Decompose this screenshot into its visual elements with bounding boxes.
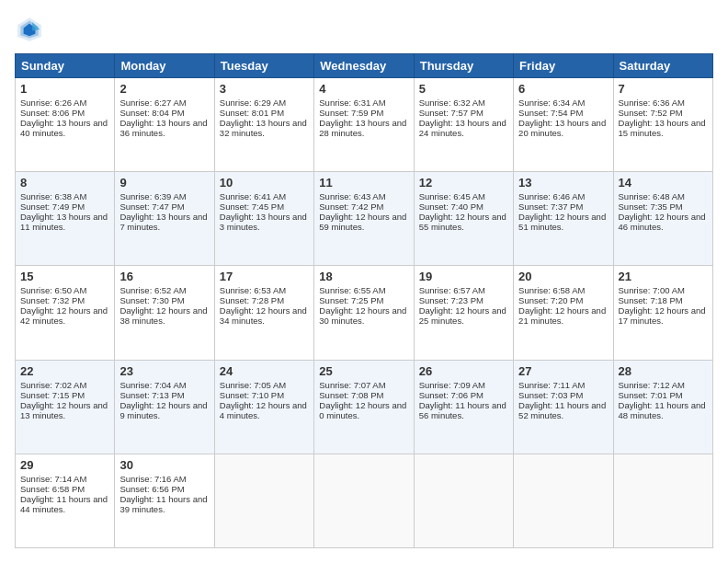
sunset: Sunset: 7:10 PM — [220, 390, 284, 400]
daylight-label: Daylight: 13 hours and 3 minutes. — [220, 212, 307, 232]
sunrise: Sunrise: 6:55 AM — [319, 285, 385, 295]
daylight-label: Daylight: 12 hours and 30 minutes. — [319, 305, 406, 326]
sunrise: Sunrise: 7:07 AM — [319, 380, 385, 390]
sunset: Sunset: 7:35 PM — [619, 201, 683, 212]
day-number: 28 — [619, 364, 708, 378]
sunrise: Sunrise: 6:46 AM — [518, 191, 585, 201]
calendar-cell: 15Sunrise: 6:50 AMSunset: 7:32 PMDayligh… — [16, 266, 115, 360]
day-number: 8 — [20, 176, 109, 190]
day-number: 17 — [220, 270, 309, 283]
day-number: 27 — [518, 364, 608, 378]
daylight-label: Daylight: 12 hours and 34 minutes. — [220, 305, 307, 326]
day-number: 13 — [518, 176, 608, 190]
header — [15, 15, 713, 44]
daylight-label: Daylight: 11 hours and 48 minutes. — [619, 400, 706, 420]
daylight-label: Daylight: 12 hours and 0 minutes. — [319, 400, 406, 420]
sunrise: Sunrise: 7:09 AM — [419, 380, 485, 390]
calendar-cell: 13Sunrise: 6:46 AMSunset: 7:37 PMDayligh… — [514, 172, 613, 266]
calendar-cell: 10Sunrise: 6:41 AMSunset: 7:45 PMDayligh… — [214, 172, 313, 266]
calendar-week-1: 1Sunrise: 6:26 AMSunset: 8:06 PMDaylight… — [16, 78, 713, 172]
daylight-label: Daylight: 13 hours and 28 minutes. — [319, 118, 406, 138]
calendar-cell — [514, 454, 613, 547]
calendar-cell: 16Sunrise: 6:52 AMSunset: 7:30 PMDayligh… — [115, 266, 214, 360]
sunrise: Sunrise: 6:39 AM — [119, 191, 186, 201]
sunset: Sunset: 7:13 PM — [119, 390, 184, 400]
sunrise: Sunrise: 7:16 AM — [119, 474, 186, 484]
sunrise: Sunrise: 6:52 AM — [119, 285, 186, 295]
daylight-label: Daylight: 12 hours and 59 minutes. — [319, 212, 406, 232]
daylight-label: Daylight: 12 hours and 51 minutes. — [518, 212, 606, 232]
calendar-cell: 20Sunrise: 6:58 AMSunset: 7:20 PMDayligh… — [514, 266, 613, 360]
sunrise: Sunrise: 6:38 AM — [20, 191, 86, 201]
day-number: 26 — [419, 364, 508, 378]
sunset: Sunset: 7:47 PM — [119, 201, 184, 212]
day-number: 7 — [619, 82, 708, 96]
calendar-cell — [314, 454, 414, 547]
calendar-cell: 24Sunrise: 7:05 AMSunset: 7:10 PMDayligh… — [214, 360, 313, 454]
calendar-cell — [214, 454, 313, 547]
daylight-label: Daylight: 11 hours and 56 minutes. — [419, 400, 506, 420]
sunset: Sunset: 6:58 PM — [20, 484, 85, 494]
calendar-cell: 2Sunrise: 6:27 AMSunset: 8:04 PMDaylight… — [115, 78, 214, 172]
calendar-cell: 30Sunrise: 7:16 AMSunset: 6:56 PMDayligh… — [115, 454, 214, 547]
day-number: 23 — [119, 364, 209, 378]
daylight-label: Daylight: 12 hours and 21 minutes. — [518, 305, 606, 326]
calendar-cell: 25Sunrise: 7:07 AMSunset: 7:08 PMDayligh… — [314, 360, 414, 454]
day-number: 4 — [319, 82, 408, 96]
daylight-label: Daylight: 13 hours and 36 minutes. — [119, 118, 207, 138]
logo-icon — [15, 15, 44, 44]
sunrise: Sunrise: 6:45 AM — [419, 191, 485, 201]
sunrise: Sunrise: 6:53 AM — [220, 285, 286, 295]
calendar-week-3: 15Sunrise: 6:50 AMSunset: 7:32 PMDayligh… — [16, 266, 713, 360]
day-number: 29 — [20, 458, 109, 472]
calendar-cell: 22Sunrise: 7:02 AMSunset: 7:15 PMDayligh… — [16, 360, 115, 454]
day-number: 2 — [119, 82, 209, 96]
sunrise: Sunrise: 7:04 AM — [119, 380, 186, 390]
daylight-label: Daylight: 11 hours and 44 minutes. — [20, 494, 108, 514]
calendar-cell: 4Sunrise: 6:31 AMSunset: 7:59 PMDaylight… — [314, 78, 414, 172]
daylight-label: Daylight: 12 hours and 13 minutes. — [20, 400, 108, 420]
sunset: Sunset: 7:57 PM — [419, 108, 483, 118]
sunset: Sunset: 8:01 PM — [220, 108, 284, 118]
sunset: Sunset: 7:25 PM — [319, 295, 383, 305]
day-number: 3 — [220, 82, 309, 96]
sunset: Sunset: 7:15 PM — [20, 390, 85, 400]
day-number: 30 — [119, 458, 209, 472]
daylight-label: Daylight: 12 hours and 46 minutes. — [619, 212, 706, 232]
sunset: Sunset: 7:08 PM — [319, 390, 383, 400]
day-number: 14 — [619, 176, 708, 190]
sunset: Sunset: 7:59 PM — [319, 108, 383, 118]
sunset: Sunset: 7:20 PM — [518, 295, 583, 305]
daylight-label: Daylight: 12 hours and 38 minutes. — [119, 305, 207, 326]
daylight-label: Daylight: 13 hours and 24 minutes. — [419, 118, 506, 138]
daylight-label: Daylight: 11 hours and 52 minutes. — [518, 400, 606, 420]
sunrise: Sunrise: 6:57 AM — [419, 285, 485, 295]
col-monday: Monday — [115, 54, 214, 78]
sunrise: Sunrise: 7:05 AM — [220, 380, 286, 390]
sunrise: Sunrise: 7:14 AM — [20, 474, 86, 484]
calendar-cell: 6Sunrise: 6:34 AMSunset: 7:54 PMDaylight… — [514, 78, 613, 172]
sunset: Sunset: 7:54 PM — [518, 108, 583, 118]
day-number: 15 — [20, 270, 109, 283]
sunset: Sunset: 7:28 PM — [220, 295, 284, 305]
calendar-week-4: 22Sunrise: 7:02 AMSunset: 7:15 PMDayligh… — [16, 360, 713, 454]
sunset: Sunset: 7:18 PM — [619, 295, 683, 305]
sunset: Sunset: 7:23 PM — [419, 295, 483, 305]
day-number: 5 — [419, 82, 508, 96]
col-friday: Friday — [514, 54, 613, 78]
day-number: 25 — [319, 364, 408, 378]
day-number: 11 — [319, 176, 408, 190]
calendar-cell: 27Sunrise: 7:11 AMSunset: 7:03 PMDayligh… — [514, 360, 613, 454]
calendar-cell — [613, 454, 712, 547]
sunset: Sunset: 7:30 PM — [119, 295, 184, 305]
col-sunday: Sunday — [16, 54, 115, 78]
calendar-cell: 18Sunrise: 6:55 AMSunset: 7:25 PMDayligh… — [314, 266, 414, 360]
daylight-label: Daylight: 12 hours and 55 minutes. — [419, 212, 506, 232]
sunset: Sunset: 6:56 PM — [119, 484, 184, 494]
sunset: Sunset: 7:49 PM — [20, 201, 85, 212]
daylight-label: Daylight: 12 hours and 9 minutes. — [119, 400, 207, 420]
calendar-cell: 1Sunrise: 6:26 AMSunset: 8:06 PMDaylight… — [16, 78, 115, 172]
calendar-cell: 11Sunrise: 6:43 AMSunset: 7:42 PMDayligh… — [314, 172, 414, 266]
daylight-label: Daylight: 12 hours and 4 minutes. — [220, 400, 307, 420]
calendar-cell: 14Sunrise: 6:48 AMSunset: 7:35 PMDayligh… — [613, 172, 712, 266]
